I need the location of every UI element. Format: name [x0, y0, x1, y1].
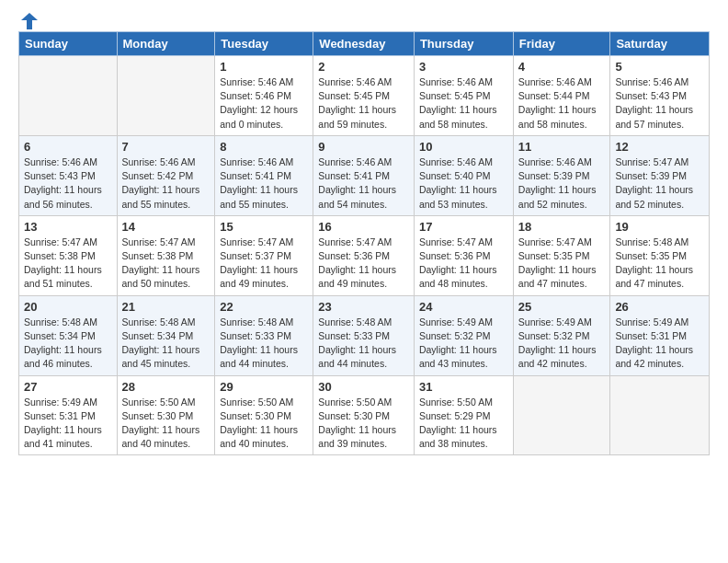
day-number: 18 [518, 220, 606, 234]
day-number: 19 [615, 220, 704, 234]
cell-info: Sunrise: 5:46 AM Sunset: 5:45 PM Dayligh… [318, 75, 409, 132]
cell-info: Sunrise: 5:46 AM Sunset: 5:43 PM Dayligh… [24, 155, 112, 212]
day-number: 9 [318, 140, 409, 154]
calendar-cell: 27Sunrise: 5:49 AM Sunset: 5:31 PM Dayli… [19, 375, 118, 455]
day-number: 25 [518, 300, 606, 314]
calendar-week-row: 13Sunrise: 5:47 AM Sunset: 5:38 PM Dayli… [19, 215, 710, 295]
calendar-cell: 18Sunrise: 5:47 AM Sunset: 5:35 PM Dayli… [513, 215, 610, 295]
calendar-cell: 22Sunrise: 5:48 AM Sunset: 5:33 PM Dayli… [215, 295, 313, 375]
cell-info: Sunrise: 5:50 AM Sunset: 5:30 PM Dayligh… [122, 396, 210, 452]
calendar-header-wednesday: Wednesday [313, 32, 415, 56]
calendar-cell: 14Sunrise: 5:47 AM Sunset: 5:38 PM Dayli… [117, 215, 215, 295]
calendar-cell: 5Sunrise: 5:46 AM Sunset: 5:43 PM Daylig… [610, 56, 710, 136]
logo-icon [19, 11, 40, 31]
calendar-header-tuesday: Tuesday [215, 32, 313, 56]
calendar-cell: 17Sunrise: 5:47 AM Sunset: 5:36 PM Dayli… [414, 215, 513, 295]
day-number: 15 [220, 220, 308, 234]
cell-info: Sunrise: 5:49 AM Sunset: 5:31 PM Dayligh… [24, 396, 112, 452]
day-number: 21 [122, 300, 210, 314]
calendar-cell: 20Sunrise: 5:48 AM Sunset: 5:34 PM Dayli… [19, 295, 118, 375]
calendar-header-monday: Monday [117, 32, 215, 56]
calendar-cell: 11Sunrise: 5:46 AM Sunset: 5:39 PM Dayli… [513, 135, 610, 215]
calendar-cell: 1Sunrise: 5:46 AM Sunset: 5:46 PM Daylig… [215, 56, 313, 136]
day-number: 22 [220, 300, 308, 314]
calendar-cell: 16Sunrise: 5:47 AM Sunset: 5:36 PM Dayli… [313, 215, 415, 295]
day-number: 8 [220, 140, 308, 154]
cell-info: Sunrise: 5:47 AM Sunset: 5:36 PM Dayligh… [318, 236, 409, 292]
cell-info: Sunrise: 5:47 AM Sunset: 5:38 PM Dayligh… [24, 236, 112, 292]
calendar-cell [610, 375, 710, 455]
cell-info: Sunrise: 5:46 AM Sunset: 5:44 PM Dayligh… [518, 75, 606, 132]
calendar-cell: 12Sunrise: 5:47 AM Sunset: 5:39 PM Dayli… [610, 135, 710, 215]
day-number: 13 [24, 220, 112, 234]
calendar-cell: 15Sunrise: 5:47 AM Sunset: 5:37 PM Dayli… [215, 215, 313, 295]
cell-info: Sunrise: 5:46 AM Sunset: 5:43 PM Dayligh… [615, 75, 704, 132]
day-number: 7 [122, 140, 210, 154]
calendar-week-row: 20Sunrise: 5:48 AM Sunset: 5:34 PM Dayli… [19, 295, 710, 375]
calendar-cell [513, 375, 610, 455]
day-number: 14 [122, 220, 210, 234]
cell-info: Sunrise: 5:46 AM Sunset: 5:42 PM Dayligh… [122, 155, 210, 212]
calendar-week-row: 1Sunrise: 5:46 AM Sunset: 5:46 PM Daylig… [19, 56, 710, 136]
cell-info: Sunrise: 5:49 AM Sunset: 5:32 PM Dayligh… [518, 316, 606, 372]
day-number: 1 [220, 60, 308, 74]
cell-info: Sunrise: 5:47 AM Sunset: 5:38 PM Dayligh… [122, 236, 210, 292]
cell-info: Sunrise: 5:48 AM Sunset: 5:35 PM Dayligh… [615, 236, 704, 292]
cell-info: Sunrise: 5:47 AM Sunset: 5:39 PM Dayligh… [615, 155, 704, 212]
calendar-header-friday: Friday [513, 32, 610, 56]
cell-info: Sunrise: 5:46 AM Sunset: 5:40 PM Dayligh… [419, 155, 508, 212]
day-number: 28 [122, 380, 210, 394]
cell-info: Sunrise: 5:50 AM Sunset: 5:30 PM Dayligh… [220, 396, 308, 452]
svg-marker-0 [21, 13, 38, 29]
day-number: 17 [419, 220, 508, 234]
calendar-cell: 7Sunrise: 5:46 AM Sunset: 5:42 PM Daylig… [117, 135, 215, 215]
calendar-cell [117, 56, 215, 136]
day-number: 10 [419, 140, 508, 154]
calendar-week-row: 6Sunrise: 5:46 AM Sunset: 5:43 PM Daylig… [19, 135, 710, 215]
calendar-header-row: SundayMondayTuesdayWednesdayThursdayFrid… [19, 32, 710, 56]
calendar-cell: 28Sunrise: 5:50 AM Sunset: 5:30 PM Dayli… [117, 375, 215, 455]
day-number: 29 [220, 380, 308, 394]
calendar-cell: 6Sunrise: 5:46 AM Sunset: 5:43 PM Daylig… [19, 135, 118, 215]
cell-info: Sunrise: 5:46 AM Sunset: 5:39 PM Dayligh… [518, 155, 606, 212]
calendar-cell: 24Sunrise: 5:49 AM Sunset: 5:32 PM Dayli… [414, 295, 513, 375]
cell-info: Sunrise: 5:47 AM Sunset: 5:36 PM Dayligh… [419, 236, 508, 292]
calendar-cell: 8Sunrise: 5:46 AM Sunset: 5:41 PM Daylig… [215, 135, 313, 215]
calendar-cell: 3Sunrise: 5:46 AM Sunset: 5:45 PM Daylig… [414, 56, 513, 136]
day-number: 31 [419, 380, 508, 394]
calendar-header-sunday: Sunday [19, 32, 118, 56]
cell-info: Sunrise: 5:46 AM Sunset: 5:41 PM Dayligh… [318, 155, 409, 212]
day-number: 26 [615, 300, 704, 314]
logo [18, 15, 40, 26]
cell-info: Sunrise: 5:48 AM Sunset: 5:34 PM Dayligh… [122, 316, 210, 372]
cell-info: Sunrise: 5:49 AM Sunset: 5:32 PM Dayligh… [419, 316, 508, 372]
calendar-cell: 31Sunrise: 5:50 AM Sunset: 5:29 PM Dayli… [414, 375, 513, 455]
cell-info: Sunrise: 5:46 AM Sunset: 5:46 PM Dayligh… [220, 75, 308, 132]
cell-info: Sunrise: 5:47 AM Sunset: 5:37 PM Dayligh… [220, 236, 308, 292]
calendar-cell: 26Sunrise: 5:49 AM Sunset: 5:31 PM Dayli… [610, 295, 710, 375]
header [18, 15, 710, 26]
cell-info: Sunrise: 5:46 AM Sunset: 5:45 PM Dayligh… [419, 75, 508, 132]
calendar-cell: 23Sunrise: 5:48 AM Sunset: 5:33 PM Dayli… [313, 295, 415, 375]
day-number: 23 [318, 300, 409, 314]
day-number: 24 [419, 300, 508, 314]
page: SundayMondayTuesdayWednesdayThursdayFrid… [0, 0, 728, 470]
day-number: 4 [518, 60, 606, 74]
day-number: 16 [318, 220, 409, 234]
cell-info: Sunrise: 5:50 AM Sunset: 5:29 PM Dayligh… [419, 396, 508, 452]
day-number: 12 [615, 140, 704, 154]
day-number: 20 [24, 300, 112, 314]
day-number: 3 [419, 60, 508, 74]
cell-info: Sunrise: 5:48 AM Sunset: 5:33 PM Dayligh… [220, 316, 308, 372]
calendar-cell: 13Sunrise: 5:47 AM Sunset: 5:38 PM Dayli… [19, 215, 118, 295]
cell-info: Sunrise: 5:47 AM Sunset: 5:35 PM Dayligh… [518, 236, 606, 292]
day-number: 30 [318, 380, 409, 394]
cell-info: Sunrise: 5:50 AM Sunset: 5:30 PM Dayligh… [318, 396, 409, 452]
calendar-week-row: 27Sunrise: 5:49 AM Sunset: 5:31 PM Dayli… [19, 375, 710, 455]
day-number: 27 [24, 380, 112, 394]
calendar-cell: 10Sunrise: 5:46 AM Sunset: 5:40 PM Dayli… [414, 135, 513, 215]
cell-info: Sunrise: 5:49 AM Sunset: 5:31 PM Dayligh… [615, 316, 704, 372]
calendar-cell: 21Sunrise: 5:48 AM Sunset: 5:34 PM Dayli… [117, 295, 215, 375]
calendar-cell [19, 56, 118, 136]
day-number: 11 [518, 140, 606, 154]
